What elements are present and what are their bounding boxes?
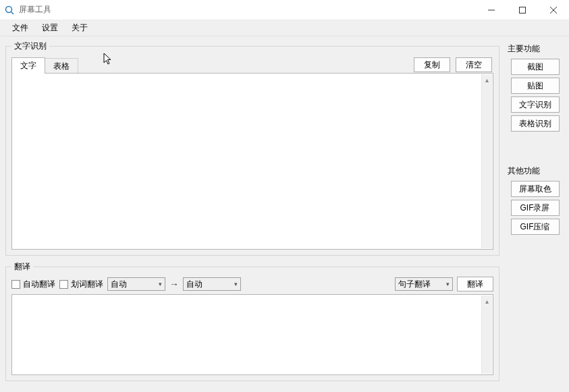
ocr-scrollbar[interactable]: ▴ <box>481 74 492 248</box>
source-language-value: 自动 <box>111 279 127 290</box>
svg-line-1 <box>11 11 14 14</box>
word-translate-label: 划词翻译 <box>71 279 103 290</box>
word-translate-checkbox[interactable]: 划词翻译 <box>59 279 103 290</box>
translate-mode-select[interactable]: 句子翻译 ▾ <box>395 277 453 291</box>
menu-settings[interactable]: 设置 <box>35 21 65 36</box>
menu-about[interactable]: 关于 <box>65 21 94 36</box>
ocr-header: 文字 表格 复制 清空 <box>11 56 493 74</box>
target-language-select[interactable]: 自动 ▾ <box>183 277 241 291</box>
ocr-output-textarea[interactable]: ▴ <box>11 73 493 250</box>
titlebar: 屏幕工具 <box>0 0 569 20</box>
svg-rect-3 <box>520 7 526 13</box>
chevron-down-icon: ▾ <box>446 281 450 287</box>
target-language-value: 自动 <box>186 279 202 290</box>
text-ocr-button[interactable]: 文字识别 <box>511 96 560 113</box>
minimize-button[interactable] <box>476 0 507 20</box>
other-functions-title: 其他功能 <box>508 165 564 177</box>
chevron-down-icon: ▾ <box>159 281 162 287</box>
auto-translate-label: 自动翻译 <box>23 279 55 290</box>
gif-record-button[interactable]: GIF录屏 <box>511 200 560 216</box>
color-picker-button[interactable]: 屏幕取色 <box>511 181 560 197</box>
clear-button[interactable]: 清空 <box>456 57 492 72</box>
translate-controls: 自动翻译 划词翻译 自动 ▾ → 自动 ▾ 句子翻译 ▾ <box>11 277 493 291</box>
table-ocr-button[interactable]: 表格识别 <box>511 115 560 132</box>
svg-point-0 <box>6 6 12 12</box>
ocr-tabs: 文字 表格 <box>11 57 78 74</box>
other-functions-section: 其他功能 屏幕取色 GIF录屏 GIF压缩 <box>506 163 564 237</box>
chevron-down-icon: ▾ <box>234 281 238 287</box>
window-title: 屏幕工具 <box>19 4 51 16</box>
translate-button[interactable]: 翻译 <box>457 277 493 291</box>
ocr-group: 文字识别 文字 表格 复制 清空 ▴ <box>5 40 499 256</box>
main-functions-section: 主要功能 截图 贴图 文字识别 表格识别 <box>506 40 564 134</box>
menubar: 文件 设置 关于 <box>0 20 569 36</box>
tab-text[interactable]: 文字 <box>11 57 45 74</box>
app-icon <box>4 5 15 16</box>
client-area: 文字识别 文字 表格 复制 清空 ▴ 翻译 <box>0 36 569 392</box>
close-button[interactable] <box>538 0 569 20</box>
side-panel: 主要功能 截图 贴图 文字识别 表格识别 其他功能 屏幕取色 GIF录屏 GIF… <box>505 36 569 392</box>
checkbox-icon <box>59 280 68 289</box>
translate-output-textarea[interactable]: ▴ <box>11 294 493 375</box>
window-controls <box>476 0 569 20</box>
translate-group: 翻译 自动翻译 划词翻译 自动 ▾ → 自动 ▾ <box>5 261 499 381</box>
copy-button[interactable]: 复制 <box>414 57 450 72</box>
arrow-right-icon: → <box>169 279 179 289</box>
scroll-up-icon[interactable]: ▴ <box>482 74 492 85</box>
paste-image-button[interactable]: 贴图 <box>511 78 560 94</box>
menu-file[interactable]: 文件 <box>5 21 35 36</box>
source-language-select[interactable]: 自动 ▾ <box>107 277 165 291</box>
main-column: 文字识别 文字 表格 复制 清空 ▴ 翻译 <box>0 36 505 392</box>
translate-mode-value: 句子翻译 <box>398 279 431 290</box>
maximize-button[interactable] <box>507 0 538 20</box>
gif-compress-button[interactable]: GIF压缩 <box>511 219 560 235</box>
screenshot-button[interactable]: 截图 <box>511 59 560 75</box>
ocr-legend: 文字识别 <box>11 40 49 52</box>
checkbox-icon <box>11 280 20 289</box>
ocr-action-buttons: 复制 清空 <box>414 57 493 74</box>
main-functions-title: 主要功能 <box>508 43 564 55</box>
scroll-up-icon[interactable]: ▴ <box>482 296 492 306</box>
tab-table[interactable]: 表格 <box>45 58 78 74</box>
auto-translate-checkbox[interactable]: 自动翻译 <box>11 279 55 290</box>
translate-scrollbar[interactable]: ▴ <box>481 296 492 374</box>
translate-legend: 翻译 <box>11 261 33 273</box>
